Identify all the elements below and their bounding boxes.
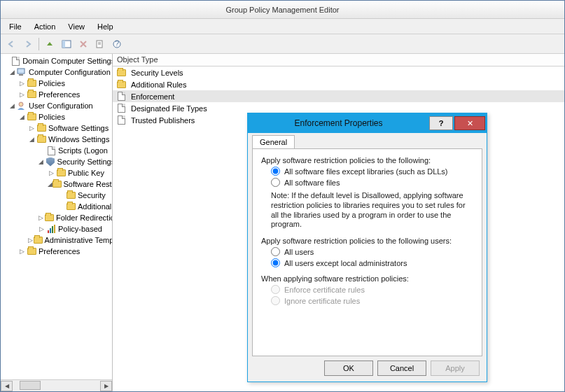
list-item[interactable]: Security Levels (113, 66, 564, 78)
tree-root[interactable]: Domain Computer Settings (22, 57, 112, 65)
dialog-titlebar[interactable]: Enforcement Properties ? ✕ (248, 113, 487, 133)
radio-input[interactable] (271, 167, 280, 176)
list-item[interactable]: Additional Rules (113, 78, 564, 90)
svg-rect-1 (62, 41, 65, 48)
radio-input (271, 285, 280, 294)
folder-icon (34, 235, 43, 245)
folder-icon (116, 80, 127, 90)
twisty-icon[interactable]: ▷ (47, 169, 55, 176)
radio-input[interactable] (271, 258, 280, 267)
tree-user-prefs[interactable]: Preferences (39, 247, 80, 255)
list-column-header[interactable]: Object Type (113, 54, 564, 66)
user-icon (16, 101, 27, 111)
dialog-close-button[interactable]: ✕ (454, 116, 485, 130)
dialog-title: Enforcement Properties (248, 118, 429, 128)
twisty-icon[interactable]: ▷ (27, 125, 36, 132)
tabstrip: General (248, 133, 487, 148)
tree-srp-security[interactable]: Security (78, 191, 106, 200)
radio-label: All users except local administrators (284, 259, 407, 267)
tree-scripts[interactable]: Scripts (Logon (58, 146, 108, 155)
twisty-icon[interactable]: ▷ (18, 91, 26, 98)
twisty-icon[interactable]: ◢ (47, 181, 53, 188)
toolbar-separator (39, 38, 39, 50)
twisty-icon[interactable]: ▷ (27, 237, 34, 244)
folder-icon (65, 202, 76, 211)
back-button[interactable] (4, 36, 19, 52)
radio-input[interactable] (271, 247, 280, 256)
twisty-icon[interactable]: ◢ (37, 158, 45, 165)
twisty-icon[interactable]: ◢ (8, 102, 16, 109)
scroll-thumb[interactable] (20, 381, 41, 390)
svg-rect-7 (18, 69, 25, 74)
radio-input (271, 296, 280, 305)
svg-point-9 (19, 102, 23, 106)
twisty-icon[interactable]: ◢ (18, 113, 26, 120)
menubar: File Action View Help (1, 19, 564, 34)
radio-label: All users (284, 248, 314, 256)
ok-button[interactable]: OK (324, 360, 373, 376)
scroll-track[interactable] (13, 381, 100, 391)
menu-view[interactable]: View (62, 21, 90, 32)
radio-all-users[interactable]: All users (271, 247, 473, 256)
twisty-icon[interactable]: ◢ (27, 136, 36, 143)
radio-all-users-except-admins[interactable]: All users except local administrators (271, 258, 473, 267)
list-item[interactable]: Enforcement (113, 90, 564, 102)
tree-pane: Domain Computer Settings ◢Computer Confi… (1, 54, 113, 391)
tree-folder-redirect[interactable]: Folder Redirection (56, 214, 112, 222)
dialog-help-button[interactable]: ? (429, 116, 453, 130)
tree-windows-settings[interactable]: Windows Settings (48, 135, 109, 144)
radio-all-software-files[interactable]: All software files (271, 178, 473, 187)
help-button[interactable]: ? (109, 36, 125, 52)
list-item-label: Trusted Publishers (131, 116, 195, 125)
radio-all-except-libraries[interactable]: All software files except libraries (suc… (271, 167, 473, 176)
forward-button[interactable] (20, 36, 36, 52)
scroll-left-button[interactable]: ◀ (1, 381, 13, 391)
tree-srp-additional[interactable]: Additional (78, 202, 111, 211)
list-item-label: Enforcement (131, 92, 174, 101)
section-apply-users: Apply software restriction policies to t… (261, 237, 473, 267)
tree-comp-policies[interactable]: Policies (39, 79, 65, 88)
radio-input[interactable] (271, 178, 280, 187)
tree-user-policies[interactable]: Policies (39, 113, 65, 121)
shield-icon (45, 157, 55, 167)
section-heading: Apply software restriction policies to t… (261, 156, 473, 164)
cancel-button[interactable]: Cancel (377, 360, 426, 376)
folder-icon (26, 78, 37, 88)
properties-button[interactable] (92, 36, 108, 52)
tree-admin-templates[interactable]: Administrative Templates (44, 236, 112, 244)
nav-tree[interactable]: Domain Computer Settings ◢Computer Confi… (1, 54, 112, 379)
delete-button[interactable] (76, 36, 91, 52)
show-hide-tree-button[interactable] (59, 36, 74, 52)
tree-policy-based[interactable]: Policy-based (58, 225, 102, 233)
menu-file[interactable]: File (4, 21, 27, 32)
doc-icon (116, 92, 127, 102)
up-button[interactable] (42, 36, 57, 52)
menu-action[interactable]: Action (29, 21, 62, 32)
menu-help[interactable]: Help (92, 21, 119, 32)
tree-comp-prefs[interactable]: Preferences (39, 90, 80, 99)
tree-software-settings[interactable]: Software Settings (48, 124, 109, 132)
radio-label: All software files except libraries (suc… (284, 167, 448, 176)
tree-user-config[interactable]: User Configuration (29, 102, 93, 110)
scroll-right-button[interactable]: ▶ (100, 381, 112, 391)
dialog-button-row: OK Cancel Apply (324, 360, 480, 376)
radio-label: All software files (284, 178, 340, 187)
tree-security-settings[interactable]: Security Settings (57, 158, 112, 166)
twisty-icon[interactable]: ▷ (37, 214, 45, 221)
tab-general[interactable]: General (252, 135, 295, 149)
tree-software-restriction[interactable]: Software Restriction (63, 180, 112, 188)
doc-icon (116, 115, 127, 125)
doc-icon (46, 146, 57, 155)
twisty-icon[interactable]: ▷ (37, 225, 46, 232)
section-note: Note: If the default level is Disallowed… (271, 191, 473, 230)
svg-rect-8 (19, 74, 23, 76)
folder-icon (116, 68, 127, 78)
tree-computer-config[interactable]: Computer Configuration (29, 68, 111, 76)
folder-icon (26, 90, 37, 99)
tree-public-key[interactable]: Public Key (68, 169, 104, 177)
twisty-icon[interactable]: ◢ (8, 69, 16, 76)
twisty-icon[interactable]: ▷ (18, 248, 26, 255)
tree-hscrollbar[interactable]: ◀ ▶ (1, 379, 112, 391)
twisty-icon[interactable]: ▷ (18, 80, 26, 87)
tab-page-general: Apply software restriction policies to t… (252, 148, 482, 356)
